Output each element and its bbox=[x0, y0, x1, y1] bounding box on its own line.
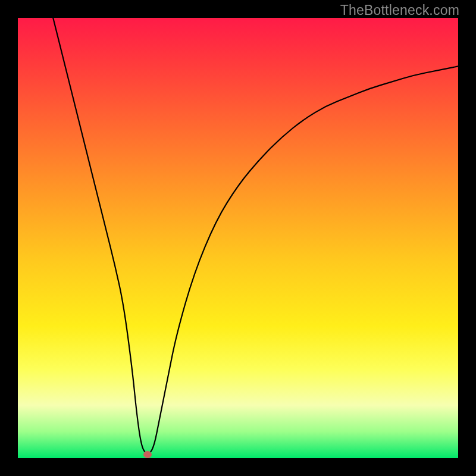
plot-area bbox=[18, 18, 458, 458]
chart-frame: TheBottleneck.com bbox=[0, 0, 476, 476]
watermark-text: TheBottleneck.com bbox=[340, 2, 459, 18]
bottleneck-curve bbox=[18, 18, 458, 458]
